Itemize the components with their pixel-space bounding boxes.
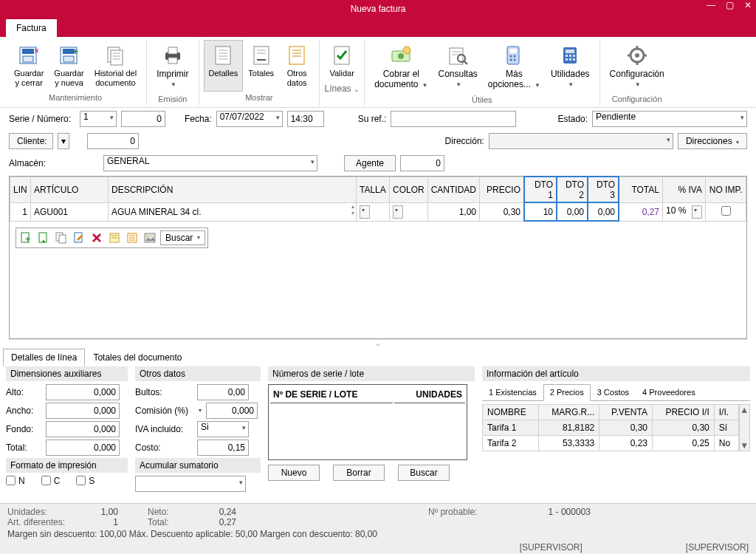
tab-existencias[interactable]: 1 Existencias	[482, 384, 543, 400]
edit-line-icon[interactable]	[72, 230, 86, 245]
svg-rect-45	[566, 49, 574, 53]
tab-proveedores[interactable]: 4 Proveedores	[636, 384, 702, 400]
direcciones-button[interactable]: Direcciones ▾	[678, 133, 747, 149]
cliente-button[interactable]: Cliente:	[9, 133, 53, 149]
serie-dropdown[interactable]: 1	[80, 111, 117, 127]
grid-row[interactable]: 1 AGU001 AGUA MINERAL 34 cl.▴▾ 1,00 0,30…	[10, 202, 746, 221]
col-dto1[interactable]: DTO 1	[524, 177, 557, 202]
suref-input[interactable]	[391, 111, 516, 127]
cobrar-button[interactable]: Cobrar el documento ▼	[369, 40, 433, 94]
col-dto3[interactable]: DTO 3	[588, 177, 619, 202]
ancho-input[interactable]	[46, 403, 120, 419]
maximize-icon[interactable]: ▢	[726, 0, 734, 10]
agente-num-input[interactable]	[400, 155, 444, 171]
precios-table: NOMBRE MARG.R... P.VENTA PRECIO I/I I/I.…	[482, 404, 739, 451]
direccion-label: Dirección:	[445, 136, 484, 146]
agente-button[interactable]: Agente	[344, 155, 396, 171]
group-lineas-label: Líneas ⌄	[325, 82, 360, 95]
estado-label: Estado:	[557, 114, 588, 124]
delete-line-icon[interactable]	[89, 230, 104, 245]
otros-header: Otros datos	[135, 366, 261, 381]
fecha-input[interactable]: 07/07/2022	[216, 111, 283, 127]
tab-factura[interactable]: Factura	[6, 19, 57, 37]
close-icon[interactable]: ✕	[744, 0, 752, 10]
svg-rect-9	[111, 50, 123, 65]
costo-input[interactable]	[197, 440, 249, 456]
svg-rect-51	[573, 58, 575, 61]
tab-costos[interactable]: 3 Costos	[591, 384, 636, 400]
dimtotal-input[interactable]	[46, 440, 120, 456]
guardar-cerrar-button[interactable]: × Guardar y cerrar	[9, 40, 49, 92]
col-total[interactable]: TOTAL	[619, 177, 663, 202]
dto1-cell[interactable]: 10	[524, 202, 557, 221]
color-dropdown	[393, 205, 403, 219]
configuracion-button[interactable]: Configuración▼	[605, 40, 670, 93]
minimize-icon[interactable]: —	[707, 0, 715, 10]
svg-text:×: ×	[34, 46, 39, 56]
tab-precios[interactable]: 2 Precios	[543, 384, 591, 401]
col-color[interactable]: COLOR	[389, 177, 427, 202]
iva-dropdown[interactable]: Si	[197, 421, 249, 437]
fmt-c-checkbox[interactable]	[41, 476, 51, 485]
svg-text:+: +	[73, 47, 78, 57]
acum-dropdown[interactable]	[135, 476, 246, 492]
noimp-checkbox	[721, 206, 731, 216]
historial-button[interactable]: Historial del documento	[89, 40, 142, 92]
guardar-nueva-button[interactable]: + Guardar y nueva	[49, 40, 89, 92]
svg-rect-50	[569, 58, 571, 61]
validar-button[interactable]: Validar	[324, 40, 360, 82]
hora-input[interactable]	[287, 111, 324, 127]
image-icon[interactable]	[142, 230, 157, 245]
col-dto2[interactable]: DTO 2	[557, 177, 588, 202]
col-lin[interactable]: LIN	[10, 177, 31, 202]
lines-grid: LIN ARTÍCULO DESCRIPCIÓN TALLA COLOR CAN…	[9, 176, 747, 339]
direccion-dropdown[interactable]	[489, 133, 673, 149]
col-descripcion[interactable]: DESCRIPCIÓN	[109, 177, 357, 202]
svg-rect-21	[254, 47, 269, 64]
tab-totales-doc[interactable]: Totales del documento	[85, 349, 190, 366]
almacen-dropdown[interactable]: GENERAL	[103, 155, 317, 171]
tab-detalles-linea[interactable]: Detalles de línea	[3, 349, 85, 366]
col-articulo[interactable]: ARTÍCULO	[31, 177, 109, 202]
splitter[interactable]: ⌵	[9, 339, 747, 347]
fondo-input[interactable]	[46, 421, 120, 437]
serie-buscar-button[interactable]: Buscar	[398, 465, 450, 481]
utilidades-button[interactable]: Utilidades▼	[546, 40, 595, 94]
scrollbar[interactable]: ▲▼	[739, 404, 750, 451]
precio-row[interactable]: Tarifa 253,33330,230,25No	[483, 435, 739, 451]
note-icon[interactable]	[107, 230, 122, 245]
imprimir-button[interactable]: Imprimir▼	[151, 40, 193, 93]
fmt-s-checkbox[interactable]	[76, 476, 86, 485]
new-line-icon[interactable]: +	[18, 230, 33, 245]
talla-dropdown	[360, 205, 370, 219]
almacen-label: Almacén:	[9, 158, 75, 168]
mas-opciones-button[interactable]: Más opciones... ▼	[483, 40, 546, 94]
detalles-button[interactable]: Detalles	[204, 40, 244, 92]
col-talla[interactable]: TALLA	[356, 177, 389, 202]
col-noimp[interactable]: NO IMP.	[706, 177, 746, 202]
col-precio[interactable]: PRECIO	[480, 177, 524, 202]
precio-row[interactable]: Tarifa 181,81820,300,30Sí	[483, 420, 739, 435]
bultos-input[interactable]	[197, 384, 249, 400]
col-pctiva[interactable]: % IVA	[663, 177, 706, 202]
col-cantidad[interactable]: CANTIDAD	[427, 177, 479, 202]
serie-nuevo-button[interactable]: Nuevo	[268, 465, 320, 481]
comision-input[interactable]	[206, 403, 258, 419]
numero-input[interactable]	[121, 111, 165, 127]
copy-line-icon[interactable]	[54, 230, 69, 245]
otros-datos-button[interactable]: Otros datos	[279, 40, 315, 92]
totales-button[interactable]: Totales	[243, 40, 279, 92]
estado-dropdown[interactable]: Pendiente	[592, 111, 747, 127]
cliente-num-input[interactable]	[87, 133, 139, 149]
group-mostrar-label: Mostrar	[245, 92, 272, 103]
insert-line-icon[interactable]	[36, 230, 51, 245]
serie-borrar-button[interactable]: Borrar	[333, 465, 385, 481]
fmt-n-checkbox[interactable]	[6, 476, 16, 485]
alto-input[interactable]	[46, 384, 120, 400]
consultas-button[interactable]: Consultas▼	[433, 40, 482, 94]
lower-tabs: Detalles de línea Totales del documento	[3, 349, 753, 366]
status-user: [SUPERVISOR]	[520, 542, 583, 553]
detail-icon[interactable]	[125, 230, 140, 245]
grid-search-button[interactable]: Buscar▾	[160, 230, 205, 245]
cliente-dropdown[interactable]: ▾	[58, 133, 69, 149]
